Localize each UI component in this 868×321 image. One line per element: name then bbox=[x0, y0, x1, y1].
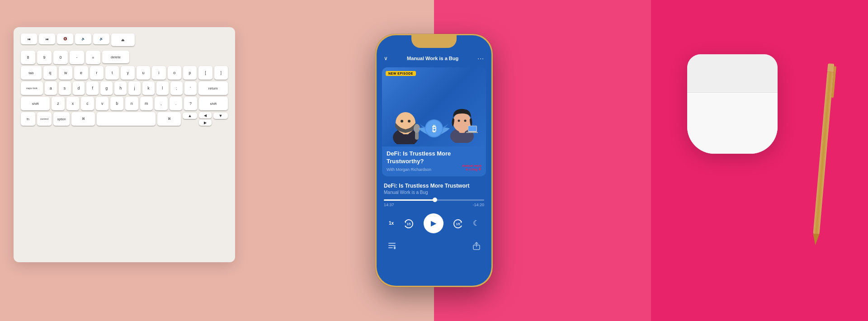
svg-rect-23 bbox=[394, 246, 396, 249]
podcast-title-header: Manual Work is a Bug bbox=[407, 56, 458, 61]
podcast-app: ∨ Manual Work is a Bug ··· NEW EPISODE bbox=[377, 35, 491, 286]
key-b[interactable]: b bbox=[110, 97, 123, 110]
key-g[interactable]: g bbox=[100, 81, 113, 95]
key-y[interactable]: y bbox=[121, 66, 134, 80]
key-space[interactable] bbox=[97, 112, 156, 126]
key-0[interactable]: 0 bbox=[53, 51, 68, 64]
episode-artwork: NEW EPISODE bbox=[382, 67, 486, 146]
key-eject[interactable]: ⏏ bbox=[111, 33, 135, 46]
progress-bar[interactable] bbox=[384, 199, 484, 201]
key-f11[interactable]: 🔉 bbox=[75, 33, 91, 44]
svg-rect-14 bbox=[468, 126, 476, 131]
key-t[interactable]: t bbox=[105, 66, 119, 80]
key-c[interactable]: c bbox=[81, 97, 94, 110]
key-f8[interactable]: ⏮ bbox=[21, 33, 37, 44]
key-o[interactable]: o bbox=[168, 66, 181, 80]
key-command-left[interactable]: ⌘ bbox=[71, 112, 95, 126]
phone-screen: ∨ Manual Work is a Bug ··· NEW EPISODE bbox=[377, 35, 491, 286]
key-minus[interactable]: - bbox=[70, 51, 84, 64]
key-caps[interactable]: caps lock bbox=[21, 81, 43, 95]
key-u[interactable]: u bbox=[137, 66, 150, 80]
key-fn[interactable]: fn bbox=[21, 112, 35, 126]
key-command-right[interactable]: ⌘ bbox=[157, 112, 181, 126]
bottom-controls bbox=[377, 239, 491, 255]
airpods-body bbox=[687, 93, 778, 154]
airpods-case bbox=[687, 54, 778, 154]
key-a[interactable]: a bbox=[45, 81, 57, 95]
keyboard-tab-row: tab q w e r t y u i o p [ ] bbox=[18, 66, 231, 80]
key-left[interactable]: ◀ bbox=[199, 112, 212, 118]
key-f[interactable]: f bbox=[86, 81, 99, 95]
svg-text:15: 15 bbox=[406, 222, 410, 226]
key-p[interactable]: p bbox=[183, 66, 197, 80]
play-button[interactable]: ▶ bbox=[424, 213, 443, 233]
share-upload-icon bbox=[472, 241, 481, 250]
key-r[interactable]: r bbox=[90, 66, 104, 80]
key-z[interactable]: z bbox=[52, 97, 65, 110]
speed-button[interactable]: 1x bbox=[389, 221, 394, 226]
key-period[interactable]: . bbox=[170, 97, 183, 110]
key-right[interactable]: ▶ bbox=[199, 119, 212, 126]
key-f12[interactable]: 🔊 bbox=[93, 33, 109, 44]
key-f10[interactable]: 🔇 bbox=[57, 33, 73, 44]
key-comma[interactable]: , bbox=[155, 97, 168, 110]
keyboard-home-row: caps lock a s d f g h j k l ; ' return bbox=[18, 81, 231, 95]
sleep-timer-button[interactable]: ☾ bbox=[473, 219, 479, 227]
key-9[interactable]: 9 bbox=[37, 51, 52, 64]
key-8[interactable]: 8 bbox=[21, 51, 35, 64]
progress-thumb[interactable] bbox=[433, 198, 437, 202]
key-w[interactable]: w bbox=[59, 66, 72, 80]
key-slash[interactable]: ? bbox=[184, 97, 197, 110]
chevron-down-icon[interactable]: ∨ bbox=[384, 55, 388, 61]
key-return[interactable]: return bbox=[198, 81, 228, 95]
more-options-icon[interactable]: ··· bbox=[477, 55, 484, 62]
key-i[interactable]: i bbox=[152, 66, 165, 80]
key-e[interactable]: e bbox=[74, 66, 88, 80]
key-delete[interactable]: delete bbox=[102, 51, 129, 63]
queue-icon[interactable] bbox=[387, 241, 396, 252]
key-s[interactable]: s bbox=[59, 81, 71, 95]
svg-rect-15 bbox=[466, 132, 478, 133]
playback-controls: 1x 15 ▶ 15 bbox=[377, 210, 491, 237]
svg-point-5 bbox=[401, 120, 403, 123]
scene: ⏮ ⏭ 🔇 🔉 🔊 ⏏ 8 9 0 - = delete tab q w e r… bbox=[0, 0, 868, 321]
queue-list-icon bbox=[387, 241, 396, 250]
forward-button[interactable]: 15 bbox=[453, 218, 463, 228]
keyboard: ⏮ ⏭ 🔇 🔉 🔊 ⏏ 8 9 0 - = delete tab q w e r… bbox=[14, 27, 235, 262]
remaining-time: -14:20 bbox=[472, 203, 484, 207]
key-quote[interactable]: ' bbox=[184, 81, 197, 95]
pen-top bbox=[827, 63, 835, 72]
key-x[interactable]: x bbox=[66, 97, 80, 110]
now-playing-section: DeFi: Is Trustless More Trustwort Manual… bbox=[377, 178, 491, 197]
key-q[interactable]: q bbox=[43, 66, 57, 80]
now-playing-title: DeFi: Is Trustless More Trustwort bbox=[384, 183, 484, 189]
key-d[interactable]: d bbox=[73, 81, 85, 95]
key-h[interactable]: h bbox=[114, 81, 127, 95]
key-n[interactable]: n bbox=[125, 97, 138, 110]
notebook bbox=[651, 0, 868, 321]
key-lbracket[interactable]: [ bbox=[198, 66, 212, 80]
key-down[interactable]: ▼ bbox=[213, 113, 228, 119]
share-icon[interactable] bbox=[472, 241, 481, 252]
key-f9[interactable]: ⏭ bbox=[39, 33, 55, 44]
episode-title: DeFi: Is Trustless More Trustworthy? bbox=[387, 150, 481, 165]
key-shift-left[interactable]: shift bbox=[21, 97, 50, 110]
key-semicolon[interactable]: ; bbox=[170, 81, 183, 95]
key-equals[interactable]: = bbox=[86, 51, 100, 64]
key-rbracket[interactable]: ] bbox=[214, 66, 228, 80]
key-k[interactable]: k bbox=[142, 81, 155, 95]
key-shift-right[interactable]: shift bbox=[199, 97, 228, 110]
key-m[interactable]: m bbox=[140, 97, 153, 110]
current-time: 14:37 bbox=[384, 203, 394, 207]
key-control[interactable]: control bbox=[37, 112, 52, 126]
key-l[interactable]: l bbox=[156, 81, 169, 95]
key-v[interactable]: v bbox=[96, 97, 109, 110]
key-option[interactable]: option bbox=[53, 112, 70, 126]
key-tab[interactable]: tab bbox=[21, 66, 42, 80]
key-up[interactable]: ▲ bbox=[183, 113, 197, 119]
key-j[interactable]: j bbox=[128, 81, 141, 95]
airpods-lid bbox=[687, 54, 778, 93]
keyboard-shift-row: shift z x c v b n m , . ? shift bbox=[18, 97, 231, 110]
rewind-button[interactable]: 15 bbox=[404, 218, 414, 228]
phone-header: ∨ Manual Work is a Bug ··· bbox=[377, 51, 491, 66]
